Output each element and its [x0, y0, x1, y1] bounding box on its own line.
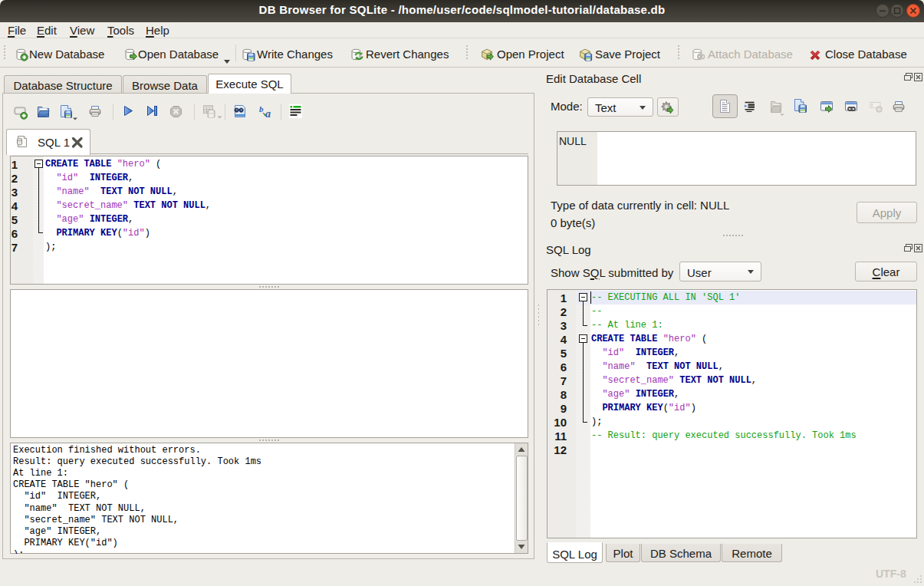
- svg-text:b: b: [259, 104, 264, 114]
- svg-text:a: a: [265, 108, 271, 120]
